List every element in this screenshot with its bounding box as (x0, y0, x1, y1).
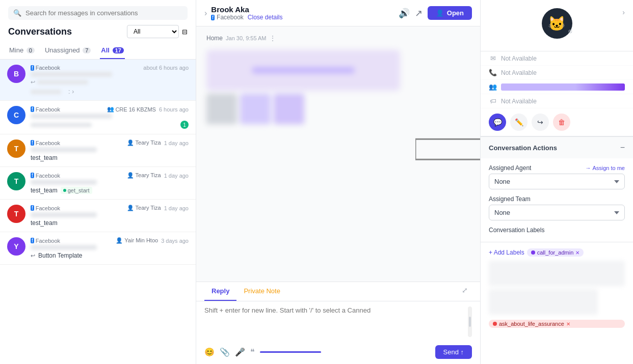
agent-select[interactable]: None (489, 174, 625, 189)
open-user-icon: 👤 (436, 9, 444, 17)
arrow-annotation (415, 129, 480, 171)
message-bubble (206, 50, 400, 124)
label-text: call_for_admin (537, 249, 574, 256)
search-input[interactable] (25, 9, 182, 17)
conversation-labels-group: Conversation Labels (489, 227, 625, 236)
action-buttons: 💬 ✏️ ↪ 🗑 (481, 108, 633, 136)
close-details-link[interactable]: Close details (248, 14, 283, 21)
assigned-team-group: Assigned Team None (489, 195, 625, 220)
labels-blurred-content (489, 261, 625, 315)
sidebar-tabs: Mine 0 Unassigned 7 All 17 (8, 42, 188, 59)
reply-toolbar: 😊 📎 🎤 ❝ Send ↑ (196, 342, 480, 364)
message-time: Jan 30, 9:55 AM (226, 35, 267, 41)
list-item[interactable]: B f Facebook about 6 hours ago ↩ (0, 60, 196, 101)
filter-select[interactable]: All Mine Unassigned (127, 25, 179, 38)
edit-action-button[interactable]: ✏️ (510, 114, 528, 131)
avatar: B (7, 65, 25, 83)
other-info-row: 👥 (481, 80, 633, 94)
conv-preview-blur (31, 123, 92, 127)
extra-info-row: 🏷 Not Available (481, 94, 633, 108)
conv-team: test_team (31, 154, 58, 161)
forward-action-button[interactable]: ↪ (532, 114, 549, 131)
other-value: Not Available (501, 98, 537, 105)
external-link-icon[interactable]: ⎋ (568, 27, 572, 35)
channel-label: f Facebook (31, 140, 60, 146)
team-select[interactable]: None (489, 205, 625, 220)
label-remove-button[interactable]: ✕ (575, 250, 579, 256)
avatar: C (7, 106, 25, 124)
facebook-icon: f (31, 65, 34, 71)
label-text-red: ask_about_life_assurance (499, 321, 564, 327)
list-item[interactable]: T f Facebook 👤 Teary Tiza 1 day ago test… (0, 167, 196, 200)
avatar: T (7, 139, 25, 158)
conv-team: test_team (31, 187, 58, 194)
channel-label: f Facebook (31, 173, 60, 179)
list-item[interactable]: Y f Facebook 👤 Yair Min Htoo 3 days ago … (0, 232, 196, 265)
expand-icon[interactable]: › (622, 8, 625, 16)
tab-private-note[interactable]: Private Note (236, 282, 287, 301)
sidebar-title: Conversations (8, 26, 72, 37)
conv-footer-blur (31, 90, 61, 94)
sidebar-header: 🔍 Conversations All Mine Unassigned ⊟ Mi… (0, 0, 196, 60)
conv-time: 3 days ago (161, 238, 189, 244)
search-bar[interactable]: 🔍 (8, 6, 188, 20)
emoji-icon[interactable]: 😊 (204, 347, 215, 357)
collapse-icon[interactable]: − (620, 143, 625, 152)
list-item[interactable]: T f Facebook 👤 Teary Tiza 1 day ago test… (0, 134, 196, 167)
speaker-icon[interactable]: 🔊 (399, 8, 410, 19)
reply-input-area (196, 301, 480, 342)
label-call-for-admin: call_for_admin ✕ (527, 248, 584, 257)
delete-action-button[interactable]: 🗑 (553, 114, 570, 131)
assign-to-me-link[interactable]: → Assign to me (585, 165, 625, 171)
conv-name-blur (31, 212, 97, 217)
assigned-agent-label: Assigned Agent (489, 164, 531, 172)
share-icon[interactable]: ↗ (415, 8, 423, 19)
phone-icon: 📞 (489, 69, 497, 76)
conv-name-blur (31, 147, 97, 152)
conversation-actions-section: Conversation Actions − Assigned Agent → … (481, 136, 633, 242)
phone-value: Not Available (501, 69, 537, 76)
avatar: Y (7, 237, 25, 256)
conv-time: 1 day ago (164, 173, 189, 179)
channel-label: f Facebook (31, 106, 60, 113)
conversation-actions-title: Conversation Actions (489, 144, 557, 152)
sidebar-filter[interactable]: All Mine Unassigned ⊟ (127, 25, 188, 38)
sidebar-title-row: Conversations All Mine Unassigned ⊟ (8, 25, 188, 42)
right-panel: › 🐱 ⎋ ✉ Not Available 📞 Not Available 👥 … (480, 0, 633, 364)
message-action-button[interactable]: 💬 (489, 114, 506, 131)
filter-icon[interactable]: ⊟ (182, 28, 188, 36)
search-icon: 🔍 (13, 9, 21, 17)
audio-icon[interactable]: 🎤 (235, 347, 245, 357)
label-remove-button-red[interactable]: ✕ (566, 321, 570, 327)
conversation-actions-header[interactable]: Conversation Actions − (481, 137, 633, 158)
contact-profile: › 🐱 ⎋ (481, 0, 633, 51)
quote-icon[interactable]: ❝ (250, 347, 255, 357)
add-label-button[interactable]: + Add Labels (489, 248, 524, 257)
expand-icon[interactable]: ⤢ (462, 286, 468, 294)
list-item[interactable]: T f Facebook 👤 Teary Tiza 1 day ago test… (0, 200, 196, 232)
conv-preview-blur (37, 80, 88, 85)
tab-all[interactable]: All 17 (100, 42, 125, 59)
tab-mine[interactable]: Mine 0 (8, 42, 36, 59)
facebook-icon: f (31, 140, 34, 146)
send-button[interactable]: Send ↑ (435, 345, 472, 359)
reply-input[interactable] (204, 306, 464, 322)
conv-name-blur (31, 180, 97, 185)
assigned-team-label: Assigned Team (489, 195, 531, 203)
email-row: ✉ Not Available (481, 51, 633, 66)
ask-label-row: ask_about_life_assurance ✕ (489, 320, 625, 328)
open-button[interactable]: 👤 Send Open (428, 6, 472, 20)
avatar: T (7, 172, 25, 190)
label-color-dot (531, 250, 535, 255)
tab-reply[interactable]: Reply (204, 282, 236, 301)
list-item[interactable]: C f Facebook 👥CRE 16 KBZMS 6 hours ago 1 (0, 101, 196, 134)
more-icon[interactable]: ⋮ (270, 35, 276, 42)
label-color-dot-red (493, 322, 497, 326)
sidebar: 🔍 Conversations All Mine Unassigned ⊟ Mi… (0, 0, 196, 364)
reply-indicator (260, 351, 321, 353)
team-icon: 👥 (489, 83, 497, 91)
chevron-right-icon[interactable]: › (204, 9, 207, 18)
tab-unassigned[interactable]: Unassigned 7 (44, 42, 92, 59)
conv-time: 6 hours ago (159, 106, 189, 113)
attachment-icon[interactable]: 📎 (220, 347, 230, 357)
